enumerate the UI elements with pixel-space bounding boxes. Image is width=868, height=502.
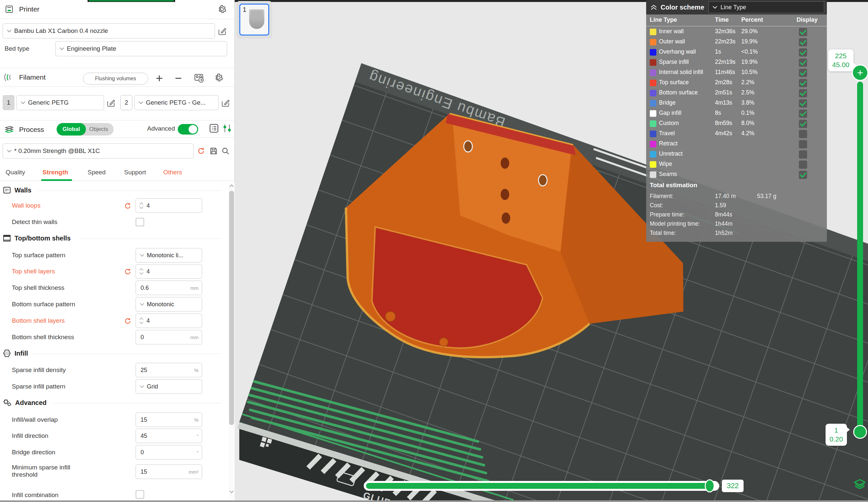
filament-2-color-swatch[interactable]: 2	[121, 95, 132, 110]
line-type-display-checkbox[interactable]	[799, 109, 807, 118]
reset-preset-icon[interactable]	[197, 147, 205, 155]
layer-slider-bottom-handle[interactable]	[853, 425, 867, 439]
sparse-infill-pattern-select[interactable]: Grid	[136, 379, 202, 394]
line-type-row: Outer wall 22m23s 19.9%	[646, 37, 827, 48]
move-slider[interactable]	[364, 481, 719, 491]
parameter-list-icon[interactable]	[209, 123, 219, 134]
bottom-surface-pattern-value: Monotonic	[147, 301, 174, 308]
line-type-display-checkbox[interactable]	[799, 130, 807, 138]
line-type-color-swatch	[650, 161, 657, 168]
color-scheme-dropdown[interactable]: Line Type	[709, 1, 824, 13]
line-type-color-swatch	[650, 39, 657, 45]
chevron-down-icon	[140, 254, 144, 257]
line-type-display-checkbox[interactable]	[799, 28, 807, 36]
layer-slider-top-handle[interactable]: +	[852, 64, 868, 81]
scrollbar-thumb[interactable]	[229, 191, 234, 425]
bed-type-select[interactable]: Engineering Plate	[55, 41, 227, 56]
filament-1-select[interactable]: Generic PETG	[17, 95, 104, 110]
line-type-display-checkbox[interactable]	[799, 89, 807, 97]
window-bottom-edge	[0, 500, 868, 502]
top-layer-height: 45.00	[832, 60, 849, 69]
bottom-shell-thickness-label: Bottom shell thickness	[12, 334, 121, 341]
bottom-surface-pattern-select[interactable]: Monotonic	[136, 297, 202, 312]
filament-2-select[interactable]: Generic PETG - Ge...	[134, 95, 219, 110]
reset-top-shell-layers-icon[interactable]	[124, 268, 132, 276]
line-type-display-checkbox[interactable]	[799, 160, 807, 169]
edit-filament-1-icon[interactable]	[106, 98, 116, 108]
settings-scrollbar[interactable]	[228, 183, 235, 502]
line-type-percent: 19.9%	[741, 38, 758, 45]
save-preset-icon[interactable]	[209, 147, 218, 155]
scope-global-segment[interactable]: Global	[56, 123, 86, 136]
tab-speed[interactable]: Speed	[87, 169, 106, 176]
line-type-display-checkbox[interactable]	[799, 150, 807, 159]
ams-sync-icon[interactable]	[194, 72, 205, 84]
bridge-direction-input[interactable]: 0 °	[136, 445, 202, 460]
bottom-shell-layers-input[interactable]: 4	[136, 314, 202, 328]
line-type-time: 2m51s	[715, 89, 732, 96]
filament-settings-gear-icon[interactable]	[214, 73, 223, 82]
reset-bottom-shell-layers-icon[interactable]	[124, 317, 132, 325]
infill-direction-input[interactable]: 45 °	[136, 429, 202, 443]
tab-strength[interactable]: Strength	[42, 169, 68, 176]
move-slider-handle[interactable]	[705, 479, 715, 492]
parameter-wizard-icon[interactable]	[222, 123, 232, 134]
collapse-panel-icon[interactable]	[650, 4, 657, 11]
line-type-display-checkbox[interactable]	[799, 59, 807, 67]
advanced-toggle-label: Advanced	[147, 125, 175, 132]
tab-others[interactable]: Others	[163, 169, 182, 176]
filament-1-color-swatch[interactable]: 1	[3, 95, 14, 110]
top-surface-pattern-select[interactable]: Monotonic li...	[136, 248, 202, 262]
line-type-row: Top surface 2m28s 2.2%	[646, 78, 827, 88]
spinner-arrows[interactable]	[139, 268, 144, 275]
sparse-infill-density-input[interactable]: 25 %	[136, 363, 202, 377]
line-type-display-checkbox[interactable]	[799, 38, 807, 46]
layer-range-slider[interactable]	[857, 82, 863, 431]
printer-settings-gear-icon[interactable]	[217, 4, 226, 14]
line-type-label: Retract	[659, 140, 678, 147]
line-type-display-checkbox[interactable]	[799, 100, 807, 107]
bottom-shell-thickness-input[interactable]: 0 mm	[136, 330, 202, 344]
line-type-time: 4m13s	[715, 100, 732, 106]
edit-printer-icon[interactable]	[217, 26, 227, 36]
flushing-volumes-button[interactable]: Flushing volumes	[83, 73, 148, 85]
layers-view-icon[interactable]	[852, 476, 867, 490]
line-type-display-checkbox[interactable]	[799, 120, 807, 128]
line-type-table: Inner wall 32m36s 29.0% Outer wall 22m23…	[646, 27, 827, 180]
plate-tab-1[interactable]: 1	[239, 4, 269, 35]
minimum-sparse-infill-threshold-input[interactable]: 15 mm²	[136, 464, 202, 479]
line-type-display-checkbox[interactable]	[799, 140, 807, 148]
infill-combination-checkbox[interactable]	[136, 490, 144, 499]
line-type-display-checkbox[interactable]	[799, 69, 807, 77]
top-shell-layers-input[interactable]: 4	[136, 264, 202, 279]
search-icon[interactable]	[221, 147, 230, 155]
infill-wall-overlap-unit: %	[194, 417, 198, 423]
reset-wall-loops-icon[interactable]	[124, 202, 132, 210]
line-type-color-swatch	[650, 100, 657, 107]
spinner-arrows[interactable]	[139, 317, 144, 324]
tab-quality[interactable]: Quality	[6, 169, 25, 176]
add-filament-icon[interactable]	[155, 74, 164, 83]
infill-wall-overlap-input[interactable]: 15 %	[136, 412, 202, 427]
scroll-down-icon[interactable]	[229, 491, 234, 493]
advanced-toggle[interactable]	[178, 124, 198, 135]
process-preset-select[interactable]: * 0.20mm Strength @BBL X1C	[3, 144, 194, 159]
line-type-display-checkbox[interactable]	[799, 79, 807, 87]
edit-filament-2-icon[interactable]	[220, 98, 230, 108]
line-type-display-checkbox[interactable]	[799, 171, 807, 179]
top-surface-pattern-label: Top surface pattern	[12, 252, 121, 259]
scroll-up-icon[interactable]	[229, 184, 234, 187]
remove-filament-icon[interactable]	[174, 74, 183, 83]
scope-objects-segment[interactable]: Objects	[86, 126, 114, 133]
line-type-display-checkbox[interactable]	[799, 48, 807, 56]
detect-thin-walls-checkbox[interactable]	[136, 218, 144, 226]
top-shell-thickness-input[interactable]: 0.6 mm	[136, 281, 202, 295]
spinner-arrows[interactable]	[139, 202, 144, 209]
printer-preset-select[interactable]: Bambu Lab X1 Carbon 0.4 nozzle	[3, 23, 215, 39]
wall-loops-input[interactable]: 4	[136, 198, 202, 213]
process-scope-segmented-control[interactable]: Global Objects	[56, 123, 114, 136]
line-type-label: Internal solid infill	[659, 69, 703, 76]
tab-support[interactable]: Support	[124, 169, 146, 176]
minimum-sparse-infill-threshold-unit: mm²	[189, 469, 198, 475]
total-row-value: 8m44s	[715, 211, 732, 218]
